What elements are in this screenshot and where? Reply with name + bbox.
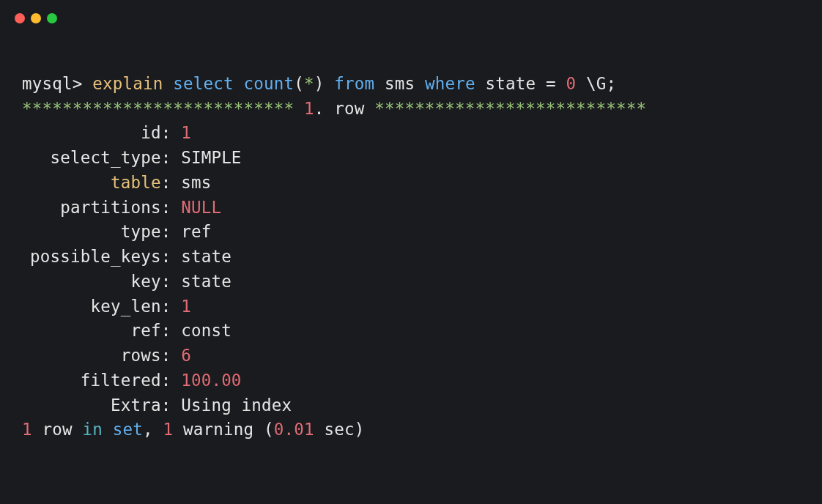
kw-select: select: [173, 74, 233, 93]
val-zero: 0: [566, 74, 576, 93]
label-key-len: key_len: [22, 294, 161, 319]
field-key: key: state: [22, 272, 232, 291]
stars-right: ***************************: [374, 99, 646, 118]
eq: =: [536, 74, 566, 93]
field-extra: Extra: Using index: [22, 396, 292, 415]
row-divider: *************************** 1. row *****…: [22, 99, 646, 118]
tbl-sms: sms: [385, 74, 415, 93]
value-key: state: [181, 272, 232, 291]
footer-set: set: [113, 420, 143, 439]
row-text: . row: [314, 99, 374, 118]
field-id: id: 1: [22, 123, 191, 142]
window-titlebar: [0, 0, 822, 31]
col-state: state: [485, 74, 536, 93]
field-select-type: select_type: SIMPLE: [22, 148, 242, 167]
label-extra: Extra: [22, 393, 161, 418]
footer-line: 1 row in set, 1 warning (0.01 sec): [22, 420, 364, 439]
label-key: key: [22, 270, 161, 294]
footer-in: in: [82, 420, 103, 439]
label-select-type: select_type: [22, 146, 161, 171]
label-partitions: partitions: [22, 196, 161, 220]
minimize-icon[interactable]: [31, 13, 41, 23]
lparen: (: [294, 74, 304, 93]
kw-explain: explain: [92, 74, 163, 93]
value-id: 1: [181, 123, 191, 142]
value-filtered: 100.00: [181, 371, 241, 390]
label-table: table: [22, 171, 161, 196]
label-type: type: [22, 220, 161, 245]
kw-count: count: [243, 74, 294, 93]
value-possible-keys: state: [181, 247, 232, 266]
terminal-output: mysql> explain select count(*) from sms …: [0, 31, 822, 442]
field-filtered: filtered: 100.00: [22, 371, 242, 390]
label-ref: ref: [22, 319, 161, 344]
field-rows: rows: 6: [22, 346, 191, 365]
label-filtered: filtered: [22, 368, 161, 393]
value-key-len: 1: [181, 297, 191, 316]
kw-from: from: [334, 74, 374, 93]
field-possible-keys: possible_keys: state: [22, 247, 232, 266]
close-icon[interactable]: [15, 13, 25, 23]
prompt-line: mysql> explain select count(*) from sms …: [22, 74, 616, 93]
value-extra: Using index: [181, 396, 292, 415]
field-table: table: sms: [22, 173, 211, 192]
maximize-icon[interactable]: [47, 13, 57, 23]
field-key-len: key_len: 1: [22, 297, 191, 316]
field-partitions: partitions: NULL: [22, 198, 221, 217]
field-type: type: ref: [22, 222, 211, 241]
value-table: sms: [181, 173, 211, 192]
stars-left: ***************************: [22, 99, 294, 118]
footer-count: 1: [22, 420, 32, 439]
kw-where: where: [425, 74, 475, 93]
footer-time: 0.01: [274, 420, 314, 439]
value-type: ref: [181, 222, 211, 241]
field-ref: ref: const: [22, 321, 232, 340]
value-partitions: NULL: [181, 198, 221, 217]
footer-warn-count: 1: [163, 420, 173, 439]
rparen: ): [314, 74, 325, 93]
label-id: id: [22, 121, 161, 146]
value-ref: const: [181, 321, 232, 340]
label-possible-keys: possible_keys: [22, 245, 161, 270]
value-rows: 6: [181, 346, 191, 365]
cmd-tail: \G;: [576, 74, 616, 93]
mysql-prompt: mysql>: [22, 74, 92, 93]
value-select-type: SIMPLE: [181, 148, 241, 167]
star: *: [304, 74, 314, 93]
row-number: 1: [294, 99, 314, 118]
label-rows: rows: [22, 344, 161, 368]
